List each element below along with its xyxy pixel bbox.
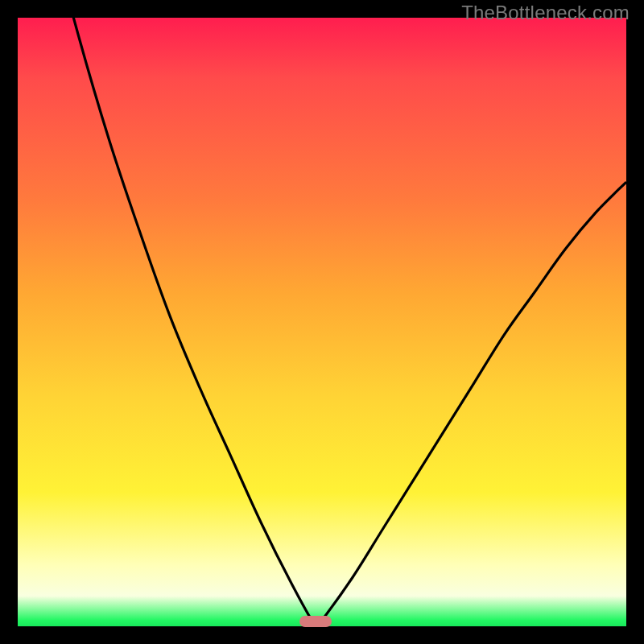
plot-area [18,18,626,626]
watermark-text: TheBottleneck.com [461,2,630,24]
optimum-marker [299,616,332,627]
bottleneck-curve [18,18,626,626]
curve-path [18,0,626,630]
chart-wrapper: TheBottleneck.com [0,0,644,644]
